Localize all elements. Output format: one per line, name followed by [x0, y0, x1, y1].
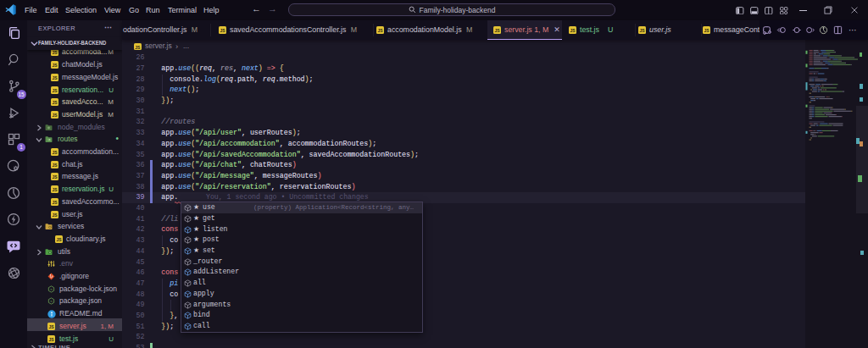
svg-text:n: n [50, 287, 52, 291]
svg-text:n: n [50, 299, 52, 303]
